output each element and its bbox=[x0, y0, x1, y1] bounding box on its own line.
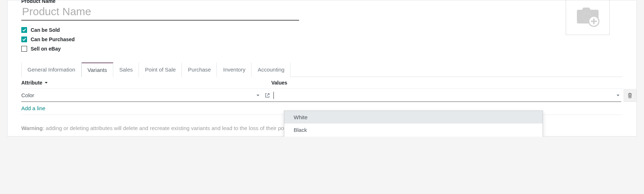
add-line-button[interactable]: Add a line bbox=[21, 105, 45, 111]
tab-purchase[interactable]: Purchase bbox=[182, 62, 217, 77]
tab-general-information[interactable]: General Information bbox=[21, 62, 82, 77]
attribute-external-link[interactable] bbox=[263, 91, 271, 99]
values-dropdown-menu: White Black Start typing... bbox=[284, 111, 543, 137]
dropdown-option-white[interactable]: White bbox=[284, 111, 543, 124]
values-dropdown-caret[interactable] bbox=[615, 92, 621, 99]
caret-down-icon bbox=[44, 81, 48, 85]
attribute-dropdown-caret[interactable] bbox=[255, 92, 261, 99]
product-name-label: Product Name bbox=[21, 0, 623, 4]
tab-point-of-sale[interactable]: Point of Sale bbox=[139, 62, 182, 77]
tabs: General Information Variants Sales Point… bbox=[21, 62, 623, 77]
attribute-input[interactable] bbox=[21, 91, 253, 100]
product-image-upload[interactable] bbox=[566, 0, 610, 35]
can-be-purchased-label[interactable]: Can be Purchased bbox=[31, 36, 75, 42]
svg-rect-5 bbox=[591, 21, 597, 22]
can-be-sold-checkbox[interactable] bbox=[21, 27, 27, 33]
caret-down-icon bbox=[256, 94, 260, 97]
values-input[interactable] bbox=[273, 91, 613, 100]
dropdown-option-black[interactable]: Black bbox=[284, 124, 543, 136]
trash-icon bbox=[627, 92, 632, 98]
tab-inventory[interactable]: Inventory bbox=[217, 62, 251, 77]
external-link-icon bbox=[265, 93, 270, 98]
dropdown-hint: Start typing... bbox=[284, 136, 543, 137]
can-be-purchased-checkbox[interactable] bbox=[21, 36, 27, 42]
can-be-sold-label[interactable]: Can be Sold bbox=[31, 27, 60, 33]
attribute-header[interactable]: Attribute bbox=[21, 80, 42, 86]
tab-accounting[interactable]: Accounting bbox=[251, 62, 290, 77]
sell-on-ebay-label[interactable]: Sell on eBay bbox=[31, 46, 61, 52]
tab-sales[interactable]: Sales bbox=[113, 62, 139, 77]
product-name-input[interactable] bbox=[21, 5, 299, 21]
camera-plus-icon bbox=[574, 5, 601, 28]
caret-down-icon bbox=[616, 94, 620, 97]
sell-on-ebay-checkbox[interactable] bbox=[21, 46, 27, 52]
text-cursor bbox=[273, 92, 274, 99]
values-header: Values bbox=[271, 80, 623, 86]
tab-variants[interactable]: Variants bbox=[82, 62, 113, 77]
delete-row-button[interactable] bbox=[623, 89, 636, 102]
